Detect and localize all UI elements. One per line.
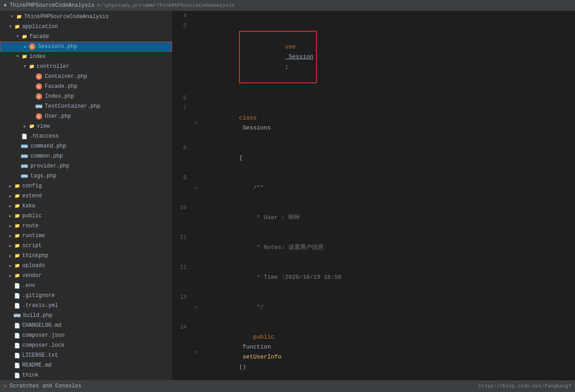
- project-tree[interactable]: ▼ 📁 ThinkPHPSourceCodeAnalysis ▼ 📁 appli…: [0, 11, 172, 380]
- gutter-9: ▿: [191, 173, 200, 203]
- sidebar-item-license[interactable]: 📄 LICENSE.txt: [0, 350, 172, 360]
- folder-icon: 📁: [14, 23, 21, 30]
- code-line-10: 10 * User : 咔咔: [172, 203, 575, 233]
- sidebar-item-uploads[interactable]: ▶ 📁 uploads: [0, 261, 172, 271]
- semicolon: ;: [285, 63, 289, 70]
- sidebar-item-sessions-php[interactable]: ▶ C Sessions.php: [0, 42, 172, 52]
- folder-icon: 📁: [14, 262, 21, 269]
- sidebar-item-container-php[interactable]: C Container.php: [0, 72, 172, 81]
- sidebar-item-index[interactable]: ▼ 📁 index: [0, 52, 172, 62]
- scratches-icon-bottom: ✎: [4, 383, 7, 390]
- code-content-4[interactable]: [200, 11, 575, 21]
- sidebar-item-facade[interactable]: ▼ 📁 facade: [0, 32, 172, 42]
- sidebar-item-label: tags.php: [30, 173, 57, 179]
- sidebar-item-root[interactable]: ▼ 📁 ThinkPHPSourceCodeAnalysis: [0, 12, 172, 22]
- sidebar-item-label: script: [22, 243, 42, 249]
- line-number: 9: [172, 173, 191, 203]
- php-class-icon: C: [35, 73, 43, 80]
- gutter-11: [191, 233, 200, 263]
- sidebar-item-htaccess[interactable]: 📄 .htaccess: [0, 131, 172, 141]
- sidebar-item-vendor[interactable]: ▶ 📁 vendor: [0, 271, 172, 281]
- code-line-7: 7 ▿ class Sessions: [172, 103, 575, 143]
- sidebar-item-public[interactable]: ▶ 📁 public: [0, 211, 172, 221]
- sidebar-item-command-php[interactable]: php command.php: [0, 141, 172, 151]
- php-class-icon: C: [29, 43, 36, 50]
- folder-icon: 📁: [14, 182, 21, 190]
- sidebar-item-user-php[interactable]: C User.php: [0, 111, 172, 121]
- fold-icon: ▿: [194, 349, 197, 355]
- sidebar-item-label: TestContainer.php: [45, 103, 100, 110]
- sidebar-item-env[interactable]: 📄 .env: [0, 281, 172, 291]
- code-content-12[interactable]: * Time :2020/10/19 18:56: [200, 263, 575, 292]
- code-line-11: 11 * Notes: 设置用户信息: [172, 233, 575, 263]
- sidebar-item-label: Facade.php: [45, 83, 77, 90]
- folder-icon: 📁: [14, 192, 21, 200]
- sidebar-item-thinkphp[interactable]: ▶ 📁 thinkphp: [0, 251, 172, 261]
- code-line-9: 9 ▿ /**: [172, 173, 575, 203]
- code-content-10[interactable]: * User : 咔咔: [200, 203, 575, 233]
- sidebar-item-label: build.php: [23, 312, 53, 319]
- sidebar-item-view[interactable]: ▶ 📁 view: [0, 121, 172, 131]
- code-content-6[interactable]: [200, 93, 575, 103]
- expand-arrow: ▶: [7, 224, 14, 229]
- sidebar-item-think[interactable]: 📄 think: [0, 370, 172, 380]
- code-editor[interactable]: 4 5 use Session ; 6: [172, 11, 575, 380]
- code-content-13[interactable]: */: [200, 292, 575, 322]
- sidebar-item-provider-php[interactable]: php provider.php: [0, 161, 172, 171]
- sidebar-item-composer-json[interactable]: 📄 composer.json: [0, 330, 172, 340]
- sidebar-item-label: thinkphp: [22, 253, 48, 259]
- sidebar-item-route[interactable]: ▶ 📁 route: [0, 221, 172, 231]
- class-name: Sessions: [239, 124, 271, 131]
- sidebar-item-build-php[interactable]: php build.php: [0, 311, 172, 320]
- sidebar-item-config[interactable]: ▶ 📁 config: [0, 181, 172, 191]
- sidebar-item-application[interactable]: ▼ 📁 application: [0, 22, 172, 32]
- folder-icon: 📁: [14, 252, 21, 259]
- sidebar-item-common-php[interactable]: php common.php: [0, 151, 172, 161]
- sidebar-item-label: public: [22, 213, 42, 219]
- sidebar-item-controller[interactable]: ▼ 📁 controller: [0, 62, 172, 72]
- file-icon: 📄: [14, 352, 21, 359]
- sidebar-item-index-php[interactable]: C Index.php: [0, 91, 172, 101]
- sidebar-item-composer-lock[interactable]: 📄 composer.lock: [0, 340, 172, 350]
- sidebar-item-label: ThinkPHPSourceCodeAnalysis: [24, 14, 109, 20]
- code-content-8[interactable]: {: [200, 143, 575, 173]
- code-content-9[interactable]: /**: [200, 173, 575, 203]
- sidebar-item-extend[interactable]: ▶ 📁 extend: [0, 191, 172, 201]
- gutter-4: [191, 11, 200, 21]
- project-title: ThinkPHPSourceCodeAnalysis: [10, 2, 94, 9]
- code-content-11[interactable]: * Notes: 设置用户信息: [200, 233, 575, 263]
- code-content-14[interactable]: public function setUserInfo (): [200, 322, 575, 380]
- sidebar-item-readme[interactable]: 📄 README.md: [0, 360, 172, 370]
- line-number: 7: [172, 103, 191, 143]
- code-line-4: 4: [172, 11, 575, 21]
- gutter-5: [191, 21, 200, 93]
- keyword-class: class: [239, 115, 257, 121]
- sidebar-item-kaka[interactable]: ▶ 📁 kaka: [0, 201, 172, 211]
- sidebar-item-facade-php[interactable]: C Facade.php: [0, 81, 172, 91]
- folder-icon: 📁: [14, 212, 21, 220]
- folder-icon: 📁: [21, 53, 28, 60]
- sidebar-item-travis[interactable]: 📄 .travis.yml: [0, 301, 172, 311]
- sidebar-item-script[interactable]: ▶ 📁 script: [0, 241, 172, 251]
- comment: */: [239, 304, 264, 311]
- scratches-label[interactable]: Scratches and Consoles: [10, 383, 81, 389]
- sidebar-item-label: .travis.yml: [22, 302, 58, 309]
- sidebar-item-label: .htaccess: [29, 133, 59, 139]
- keyword-public: public: [239, 334, 274, 340]
- sidebar-item-gitignore[interactable]: 📄 .gitignore: [0, 291, 172, 301]
- sidebar-item-tags-php[interactable]: php tags.php: [0, 171, 172, 181]
- expand-arrow: ▶: [22, 124, 28, 129]
- folder-icon: 📁: [14, 272, 21, 279]
- code-content-7[interactable]: class Sessions: [200, 103, 575, 143]
- php-class-icon: C: [35, 113, 43, 120]
- sidebar-item-label: Sessions.php: [38, 43, 77, 50]
- sidebar-item-label: common.php: [30, 153, 63, 159]
- sidebar-item-label: Index.php: [45, 93, 74, 100]
- watermark: https://blog.csdn.net/fangkang7: [479, 383, 571, 389]
- sidebar-item-runtime[interactable]: ▶ 📁 runtime: [0, 231, 172, 241]
- sidebar-item-label: LICENSE.txt: [22, 352, 58, 359]
- sidebar-item-testcontainer-php[interactable]: php TestContainer.php: [0, 101, 172, 111]
- sidebar-item-changelog[interactable]: 📄 CHANGELOG.md: [0, 320, 172, 330]
- code-content-5[interactable]: use Session ;: [200, 21, 575, 93]
- method-setuserinfo: setUserInfo: [239, 354, 282, 360]
